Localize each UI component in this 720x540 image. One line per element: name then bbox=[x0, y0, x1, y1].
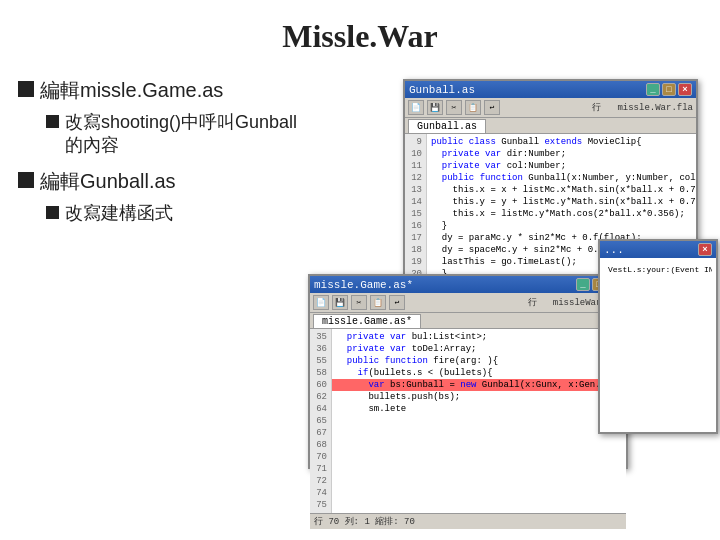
tb-icon-2: 💾 bbox=[427, 100, 443, 115]
minimize-btn-1[interactable]: _ bbox=[646, 83, 660, 96]
window-status-2: 行 70 列: 1 縮排: 70 bbox=[310, 513, 626, 529]
window-tabs-1: Gunball.as bbox=[405, 118, 696, 134]
page-title: Missle.War bbox=[0, 0, 720, 69]
main-content: 編輯missle.Game.as 改寫shooting()中呼叫Gunball的… bbox=[0, 69, 720, 459]
code-body-2: 353655586062646567687071727475 private v… bbox=[310, 329, 626, 513]
code-window-partial: ... × VestL.s:your:(Event INTER.YAVE, ac… bbox=[598, 239, 718, 434]
window-titlebar-1: Gunball.as _ □ × bbox=[405, 81, 696, 98]
line-numbers-2: 353655586062646567687071727475 bbox=[310, 329, 332, 513]
tb-icon-1: 📄 bbox=[408, 100, 424, 115]
window-titlebar-2: missle.Game.as* _ □ × bbox=[310, 276, 626, 293]
close-btn-3[interactable]: × bbox=[698, 243, 712, 256]
sub-bullet-text-2-1: 改寫建構函式 bbox=[65, 202, 173, 225]
sub-bullet-text-1-1: 改寫shooting()中呼叫Gunball的內容 bbox=[65, 111, 298, 158]
sub-bullet-icon-2-1 bbox=[46, 206, 59, 219]
window-tab-label-1: 行 missle.War.fla bbox=[592, 101, 693, 114]
code-body-3: VestL.s:your:(Event INTER.YAVE, activ.D.… bbox=[600, 258, 716, 282]
bullet-item-2: 編輯Gunball.as bbox=[18, 168, 298, 194]
tb-icon-4: 📋 bbox=[465, 100, 481, 115]
window-controls-3: × bbox=[698, 243, 712, 256]
bullet-item-1: 編輯missle.Game.as bbox=[18, 77, 298, 103]
window-title-3: ... bbox=[604, 244, 624, 256]
sub-item-1-1: 改寫shooting()中呼叫Gunball的內容 bbox=[46, 111, 298, 158]
sub-bullet-icon-1-1 bbox=[46, 115, 59, 128]
code-text-3: VestL.s:your:(Event INTER.YAVE, activ.D.… bbox=[604, 262, 712, 278]
status-text-2: 行 70 列: 1 縮排: 70 bbox=[314, 515, 415, 528]
maximize-btn-1[interactable]: □ bbox=[662, 83, 676, 96]
tab-gunball[interactable]: Gunball.as bbox=[408, 119, 486, 133]
tb-icon-2-5: ↩ bbox=[389, 295, 405, 310]
minimize-btn-2[interactable]: _ bbox=[576, 278, 590, 291]
sub-list-2: 改寫建構函式 bbox=[46, 202, 298, 225]
code-window-misslegame: missle.Game.as* _ □ × 📄 💾 ✂ 📋 ↩ 行 missle… bbox=[308, 274, 628, 469]
bullet-icon-1 bbox=[18, 81, 34, 97]
window-title-2: missle.Game.as* bbox=[314, 279, 413, 291]
window-title-1: Gunball.as bbox=[409, 84, 475, 96]
windows-area: Gunball.as _ □ × 📄 💾 ✂ 📋 ↩ 行 missle.War.… bbox=[308, 69, 702, 459]
window-tabs-2: missle.Game.as* bbox=[310, 313, 626, 329]
sub-item-2-1: 改寫建構函式 bbox=[46, 202, 298, 225]
window-toolbar-1: 📄 💾 ✂ 📋 ↩ 行 missle.War.fla bbox=[405, 98, 696, 118]
window-toolbar-2: 📄 💾 ✂ 📋 ↩ 行 missleWar.fla bbox=[310, 293, 626, 313]
window-titlebar-3: ... × bbox=[600, 241, 716, 258]
tb-icon-2-1: 📄 bbox=[313, 295, 329, 310]
tb-icon-2-4: 📋 bbox=[370, 295, 386, 310]
window-controls-1: _ □ × bbox=[646, 83, 692, 96]
tb-icon-2-3: ✂ bbox=[351, 295, 367, 310]
tb-icon-5: ↩ bbox=[484, 100, 500, 115]
tb-icon-2-2: 💾 bbox=[332, 295, 348, 310]
bullet-text-1: 編輯missle.Game.as bbox=[40, 77, 223, 103]
sub-list-1: 改寫shooting()中呼叫Gunball的內容 bbox=[46, 111, 298, 158]
code-text-2: private var bul:List<int>; private var t… bbox=[332, 329, 626, 513]
bullet-text-2: 編輯Gunball.as bbox=[40, 168, 176, 194]
window3-content: VestL.s:your:(Event INTER.YAVE, activ.D.… bbox=[608, 264, 708, 276]
close-btn-1[interactable]: × bbox=[678, 83, 692, 96]
tb-icon-3: ✂ bbox=[446, 100, 462, 115]
bullet-icon-2 bbox=[18, 172, 34, 188]
tab-misslegame[interactable]: missle.Game.as* bbox=[313, 314, 421, 328]
bullet-list: 編輯missle.Game.as 改寫shooting()中呼叫Gunball的… bbox=[18, 69, 298, 229]
